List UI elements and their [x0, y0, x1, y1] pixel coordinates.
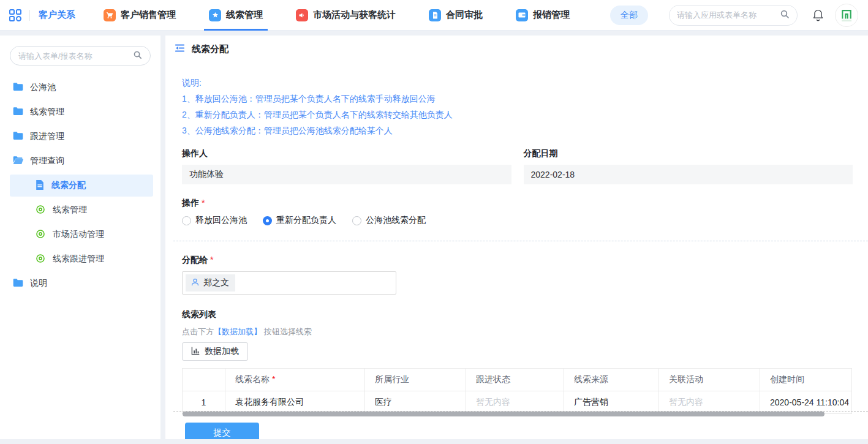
lead-table-wrap: 线索名称* 所属行业 跟进状态 线索来源 关联活动 创建时间 1 袁花服务有限公… — [182, 368, 851, 414]
assignee-picker[interactable]: 郑之文 — [182, 271, 396, 295]
report-icon — [36, 254, 45, 265]
data-load-button[interactable]: 数据加载 — [182, 342, 248, 361]
sidebar-item-lead-management-report[interactable]: 线索管理 — [0, 198, 160, 222]
hint-prefix: 点击下方 — [182, 327, 214, 336]
radio-icon-checked[interactable] — [263, 216, 272, 225]
assign-date-input[interactable] — [524, 165, 853, 184]
lead-list-hint: 点击下方【数据加载】 按钮选择线索 — [182, 326, 853, 337]
required-mark: * — [272, 374, 275, 384]
megaphone-icon — [296, 9, 308, 21]
tab-contract-approval[interactable]: 合同审批 — [429, 0, 483, 31]
column-related-activity: 关联活动 — [659, 369, 760, 391]
operation-field: 操作* 释放回公海池 重新分配负责人 公海池线索分配 — [182, 198, 853, 226]
contract-icon — [429, 9, 441, 21]
operation-radio-group: 释放回公海池 重新分配负责人 公海池线索分配 — [182, 215, 853, 226]
search-icon[interactable] — [133, 50, 142, 62]
sidebar-item-public-pool[interactable]: 公海池 — [0, 75, 160, 100]
tab-reimbursement[interactable]: 报销管理 — [516, 0, 570, 31]
table-row[interactable]: 1 袁花服务有限公司 医疗 暂无内容 广告营销 暂无内容 2020-05-24 … — [183, 391, 852, 414]
topbar: 客户关系 客户销售管理 线索管理 市场活动与获客统计 合同审批 报销管理 全部 — [0, 0, 868, 31]
hint-button-name: 【数据加载】 — [214, 327, 262, 336]
cell-industry: 医疗 — [365, 391, 466, 414]
form-icon — [36, 180, 44, 192]
member-tag[interactable]: 郑之文 — [186, 274, 235, 292]
brand-app-name[interactable]: 客户关系 — [39, 9, 75, 21]
horizontal-scrollbar[interactable] — [183, 412, 825, 416]
tab-market-activity-stats[interactable]: 市场活动与获客统计 — [296, 0, 396, 31]
sidebar-item-management-query[interactable]: 管理查询 — [0, 149, 160, 173]
folder-icon — [13, 82, 23, 93]
lead-list-title: 线索列表 — [182, 309, 853, 320]
report-icon — [36, 205, 45, 216]
sidebar-item-label: 管理查询 — [30, 156, 64, 167]
radio-icon[interactable] — [182, 216, 191, 225]
notification-bell-icon[interactable] — [812, 9, 824, 21]
app-search-input[interactable] — [677, 10, 780, 20]
folder-icon — [13, 278, 23, 289]
assignee-label: 分配给* — [182, 255, 853, 266]
sidebar-item-market-activity-management[interactable]: 市场活动管理 — [0, 222, 160, 247]
sidebar: 公海池 线索管理 跟进管理 管理查询 线索分配 线索管理 市场活动管理 线索跟 — [0, 36, 160, 439]
radio-label: 释放回公海池 — [195, 215, 247, 226]
cell-related-activity: 暂无内容 — [659, 391, 760, 414]
sidebar-item-description[interactable]: 说明 — [0, 271, 160, 296]
instruction-line: 2、重新分配负责人：管理员把某个负责人名下的线索转交给其他负责人 — [182, 107, 853, 122]
sidebar-item-followup-management[interactable]: 跟进管理 — [0, 124, 160, 149]
sidebar-item-lead-followup-management[interactable]: 线索跟进管理 — [0, 247, 160, 271]
instruction-line: 3、公海池线索分配：管理员把公海池线索分配给某个人 — [182, 122, 853, 138]
assign-date-label: 分配日期 — [524, 148, 853, 159]
sidebar-item-lead-assignment[interactable]: 线索分配 — [10, 175, 153, 197]
member-name: 郑之文 — [203, 277, 229, 288]
sidebar-item-lead-management[interactable]: 线索管理 — [0, 100, 160, 124]
operation-label-text: 操作 — [182, 198, 199, 208]
required-mark: * — [202, 198, 205, 208]
collapse-sidebar-icon[interactable] — [175, 43, 185, 55]
sidebar-item-label: 说明 — [30, 278, 47, 289]
operator-input[interactable] — [182, 165, 511, 184]
hint-suffix: 按钮选择线索 — [264, 327, 312, 336]
submit-button[interactable]: 提交 — [185, 423, 259, 439]
instruction-line: 1、释放回公海池：管理员把某个负责人名下的线索手动释放回公海 — [182, 91, 853, 107]
user-avatar[interactable] — [835, 4, 858, 27]
app-launcher-grid-icon[interactable] — [9, 9, 22, 22]
main-panel: 线索分配 说明: 1、释放回公海池：管理员把某个负责人名下的线索手动释放回公海 … — [165, 36, 868, 439]
report-icon — [36, 229, 45, 241]
required-mark: * — [210, 255, 213, 265]
sidebar-search-box[interactable] — [10, 46, 151, 66]
wallet-icon — [516, 9, 528, 21]
tab-lead-management[interactable]: 线索管理 — [209, 0, 263, 31]
page-header: 线索分配 — [165, 36, 868, 62]
sidebar-item-label: 线索管理 — [30, 107, 64, 118]
sidebar-item-label: 跟进管理 — [30, 131, 64, 142]
radio-release-to-pool[interactable]: 释放回公海池 — [182, 215, 247, 226]
person-icon — [191, 277, 200, 288]
cell-created-time: 2020-05-24 11:10:04 — [760, 391, 852, 414]
filter-all-pill[interactable]: 全部 — [610, 6, 648, 25]
tab-label: 客户销售管理 — [121, 9, 176, 21]
radio-pool-lead-assign[interactable]: 公海池线索分配 — [352, 215, 426, 226]
folder-open-icon — [13, 156, 23, 167]
cart-icon — [104, 9, 116, 21]
column-industry: 所属行业 — [365, 369, 466, 391]
form-content: 说明: 1、释放回公海池：管理员把某个负责人名下的线索手动释放回公海 2、重新分… — [165, 75, 868, 439]
sidebar-item-label: 线索分配 — [51, 180, 86, 191]
lead-table: 线索名称* 所属行业 跟进状态 线索来源 关联活动 创建时间 1 袁花服务有限公… — [182, 368, 852, 414]
form-row-operator-date: 操作人 分配日期 — [182, 148, 853, 184]
tab-label: 市场活动与获客统计 — [313, 9, 396, 21]
tab-label: 报销管理 — [533, 9, 570, 21]
cell-lead-source: 广告营销 — [564, 391, 659, 414]
search-icon[interactable] — [780, 9, 790, 21]
tab-customer-sales[interactable]: 客户销售管理 — [104, 0, 176, 31]
cell-lead-name: 袁花服务有限公司 — [225, 391, 365, 414]
table-header-row: 线索名称* 所属行业 跟进状态 线索来源 关联活动 创建时间 — [183, 369, 852, 391]
sidebar-search-input[interactable] — [18, 51, 133, 61]
page-title: 线索分配 — [192, 43, 228, 55]
cell-followup-status: 暂无内容 — [466, 391, 564, 414]
star-icon — [209, 9, 221, 21]
radio-reassign-owner[interactable]: 重新分配负责人 — [263, 215, 336, 226]
avatar-logo-text — [842, 20, 851, 21]
app-search-box[interactable] — [669, 5, 798, 26]
instructions-block: 说明: 1、释放回公海池：管理员把某个负责人名下的线索手动释放回公海 2、重新分… — [182, 75, 853, 138]
radio-icon[interactable] — [352, 216, 361, 225]
sidebar-item-label: 公海池 — [30, 82, 56, 93]
